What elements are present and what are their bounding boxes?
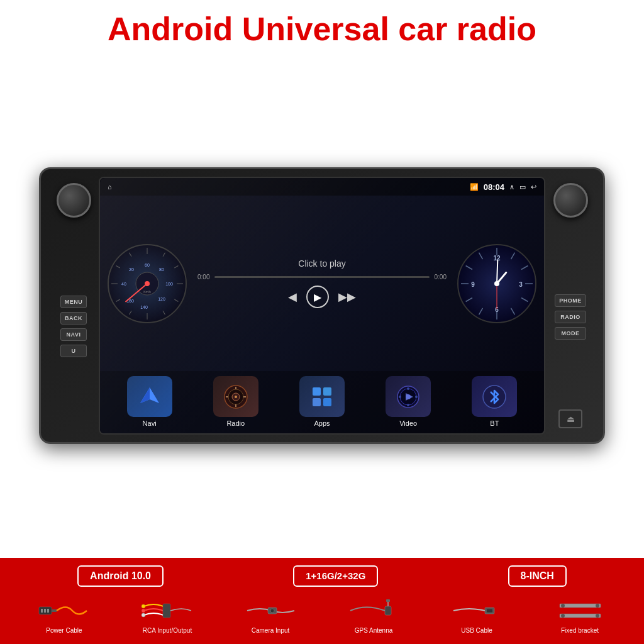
accessory-camera: Camera Input [239, 596, 302, 634]
status-left: ⌂ [108, 183, 112, 191]
bracket-label: Fixed bracket [561, 627, 599, 634]
app-apps[interactable]: Apps [299, 376, 345, 427]
svg-point-64 [407, 387, 409, 390]
radio-label: Radio [226, 419, 245, 427]
svg-point-77 [142, 609, 145, 613]
svg-text:3: 3 [519, 281, 523, 288]
menu-button[interactable]: MENU [60, 296, 87, 308]
back-button[interactable]: BACK [60, 312, 87, 325]
prev-button[interactable]: ◀ [288, 290, 297, 304]
u-button[interactable]: U [60, 345, 87, 357]
svg-rect-72 [41, 609, 43, 613]
back-icon[interactable]: ↩ [531, 183, 536, 191]
apps-label: Apps [314, 419, 330, 427]
svg-rect-59 [313, 398, 321, 406]
video-icon-box [386, 376, 431, 417]
left-panel: MENU BACK NAVI U [48, 177, 99, 435]
svg-point-46 [494, 281, 499, 286]
app-bt[interactable]: BT [472, 376, 517, 427]
accessory-rca: RCA Input/Output [136, 596, 199, 634]
gps-img [345, 596, 402, 625]
home-icon[interactable]: ⌂ [108, 183, 112, 191]
app-video[interactable]: Video [386, 376, 431, 427]
page-title: Android Universal car radio [6, 11, 638, 47]
page-wrapper: Android Universal car radio MENU BACK NA… [0, 0, 644, 644]
accessories-row: Power Cable RCA Input/Outp [13, 593, 631, 639]
svg-line-44 [497, 260, 497, 284]
svg-text:80: 80 [159, 267, 164, 272]
status-time: 08:04 [484, 182, 504, 192]
radio-section: MENU BACK NAVI U ⌂ 📶 08:04 ∧ [0, 53, 644, 558]
svg-text:12: 12 [493, 255, 501, 262]
expand-icon[interactable]: ∧ [509, 183, 514, 191]
svg-point-88 [561, 604, 565, 608]
app-radio[interactable]: Radio [213, 376, 258, 427]
svg-point-89 [596, 604, 599, 608]
right-panel: PHOME RADIO MODE ⏏ [545, 177, 596, 435]
accessory-bracket: Fixed bracket [548, 596, 611, 634]
radio-unit: MENU BACK NAVI U ⌂ 📶 08:04 ∧ [39, 167, 605, 444]
apps-row: Navi [100, 371, 544, 433]
memory-spec-label: 1+16G/2+32G [306, 570, 365, 581]
svg-point-52 [235, 396, 237, 398]
svg-text:9: 9 [471, 281, 475, 288]
svg-rect-83 [386, 599, 390, 602]
accessory-usb: USB Cable [445, 596, 508, 634]
svg-rect-86 [560, 604, 601, 608]
left-knob[interactable] [57, 183, 91, 218]
bracket-img [552, 596, 608, 625]
time-bar: 0:00 0:00 [197, 274, 447, 280]
rca-img [139, 596, 196, 625]
svg-point-90 [561, 614, 565, 618]
bt-icon-box [472, 376, 517, 417]
usb-img [448, 596, 505, 625]
usb-label: USB Cable [461, 627, 492, 634]
bluetooth-icon: 📶 [470, 183, 479, 191]
bt-label: BT [490, 419, 499, 427]
camera-label: Camera Input [252, 627, 290, 634]
size-spec-label: 8-INCH [521, 570, 554, 581]
mode-button[interactable]: MODE [555, 327, 586, 340]
video-label: Video [399, 419, 417, 427]
svg-rect-57 [313, 387, 321, 396]
play-button[interactable]: ▶ [306, 286, 329, 308]
speedometer-gauge: 60 80 100 120 140 160 40 20 0 Km/h [106, 243, 188, 325]
svg-rect-71 [52, 609, 57, 612]
left-buttons: MENU BACK NAVI U [60, 224, 87, 428]
size-spec: 8-INCH [508, 565, 567, 587]
svg-text:Km/h: Km/h [143, 290, 151, 294]
gps-label: GPS Antenna [355, 627, 393, 634]
clock-gauge: 12 3 6 9 [456, 243, 538, 325]
accessory-gps: GPS Antenna [342, 596, 405, 634]
time-end: 0:00 [435, 274, 447, 280]
title-section: Android Universal car radio [0, 0, 644, 53]
memory-spec: 1+16G/2+32G [293, 565, 378, 587]
next-button[interactable]: ▶▶ [338, 290, 356, 304]
navi-label: Navi [143, 419, 157, 427]
navi-icon-box [127, 376, 172, 417]
svg-point-76 [142, 604, 145, 608]
eject-icon[interactable]: ⏏ [558, 409, 582, 428]
svg-rect-74 [47, 609, 49, 613]
svg-rect-75 [163, 604, 170, 618]
svg-point-66 [399, 396, 401, 398]
svg-text:40: 40 [121, 282, 126, 286]
screen: ⌂ 📶 08:04 ∧ ▭ ↩ [99, 177, 545, 435]
right-knob[interactable] [553, 183, 588, 218]
radio-hw-button[interactable]: RADIO [555, 311, 586, 323]
svg-text:120: 120 [158, 297, 165, 301]
svg-point-80 [270, 609, 274, 613]
status-bar: ⌂ 📶 08:04 ∧ ▭ ↩ [100, 178, 544, 196]
svg-text:60: 60 [145, 263, 150, 267]
progress-bar[interactable] [214, 276, 429, 278]
status-right: 📶 08:04 ∧ ▭ ↩ [470, 182, 536, 192]
phome-button[interactable]: PHOME [555, 294, 586, 307]
svg-text:140: 140 [140, 305, 148, 309]
app-navi[interactable]: Navi [127, 376, 172, 427]
window-icon[interactable]: ▭ [519, 183, 526, 191]
player-controls: ◀ ▶ ▶▶ [288, 286, 356, 308]
svg-rect-85 [487, 609, 492, 612]
time-start: 0:00 [197, 274, 209, 280]
rca-label: RCA Input/Output [143, 627, 192, 634]
navi-button[interactable]: NAVI [60, 328, 87, 341]
